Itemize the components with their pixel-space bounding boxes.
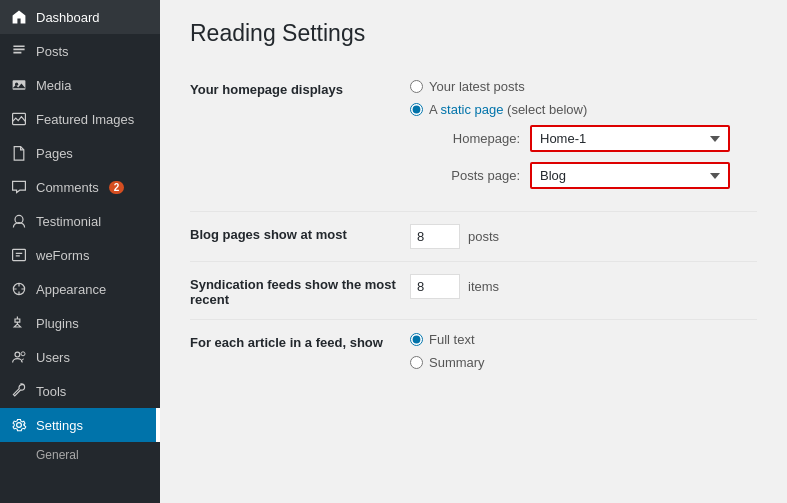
feed-full-text-label: Full text <box>429 332 475 347</box>
feed-full-text-option[interactable]: Full text <box>410 332 757 347</box>
feed-content-label: For each article in a feed, show <box>190 332 410 350</box>
homepage-static-radio[interactable] <box>410 103 423 116</box>
sidebar-sub-general[interactable]: General <box>0 442 160 468</box>
homepage-static-label: A static page (select below) <box>429 102 587 117</box>
homepage-latest-option[interactable]: Your latest posts <box>410 79 757 94</box>
sidebar-item-tools[interactable]: Tools <box>0 374 160 408</box>
posts-page-select-label: Posts page: <box>420 168 520 183</box>
plugins-icon <box>10 314 28 332</box>
homepage-static-option[interactable]: A static page (select below) <box>410 102 757 117</box>
users-icon <box>10 348 28 366</box>
blog-pages-input[interactable] <box>410 224 460 249</box>
weforms-icon <box>10 246 28 264</box>
svg-point-6 <box>15 352 20 357</box>
sidebar-label-featured-images: Featured Images <box>36 112 134 127</box>
svg-rect-0 <box>13 80 26 90</box>
homepage-displays-label: Your homepage displays <box>190 79 410 97</box>
sub-settings: Homepage: Home-1 Blog About Contact Post… <box>410 125 757 189</box>
featured-images-icon <box>10 110 28 128</box>
syndication-row: Syndication feeds show the most recent i… <box>190 261 757 319</box>
sidebar-sub-label-general: General <box>36 448 79 462</box>
feed-summary-label: Summary <box>429 355 485 370</box>
comments-icon <box>10 178 28 196</box>
posts-page-select[interactable]: Blog Home-1 About Contact <box>530 162 730 189</box>
dashboard-icon <box>10 8 28 26</box>
sidebar-item-media[interactable]: Media <box>0 68 160 102</box>
sidebar-label-tools: Tools <box>36 384 66 399</box>
sidebar-label-appearance: Appearance <box>36 282 106 297</box>
main-content: Reading Settings Your homepage displays … <box>160 0 787 503</box>
sidebar-label-dashboard: Dashboard <box>36 10 100 25</box>
sidebar-label-comments: Comments <box>36 180 99 195</box>
sidebar-item-appearance[interactable]: Appearance <box>0 272 160 306</box>
sidebar-label-pages: Pages <box>36 146 73 161</box>
posts-icon <box>10 42 28 60</box>
posts-page-select-row: Posts page: Blog Home-1 About Contact <box>420 162 757 189</box>
homepage-latest-radio[interactable] <box>410 80 423 93</box>
sidebar-item-plugins[interactable]: Plugins <box>0 306 160 340</box>
syndication-content: items <box>410 274 757 299</box>
static-page-link[interactable]: static page <box>441 102 504 117</box>
feed-full-text-radio[interactable] <box>410 333 423 346</box>
page-title: Reading Settings <box>190 20 757 47</box>
feed-content-options: Full text Summary <box>410 332 757 378</box>
testimonial-icon <box>10 212 28 230</box>
sidebar: Dashboard Posts Media Featured Images Pa… <box>0 0 160 503</box>
settings-icon <box>10 416 28 434</box>
sidebar-label-users: Users <box>36 350 70 365</box>
syndication-input[interactable] <box>410 274 460 299</box>
comments-badge: 2 <box>109 181 125 194</box>
media-icon <box>10 76 28 94</box>
homepage-select[interactable]: Home-1 Blog About Contact <box>530 125 730 152</box>
sidebar-item-pages[interactable]: Pages <box>0 136 160 170</box>
sidebar-label-weforms: weForms <box>36 248 89 263</box>
sidebar-item-weforms[interactable]: weForms <box>0 238 160 272</box>
syndication-label: Syndication feeds show the most recent <box>190 274 410 307</box>
homepage-latest-label: Your latest posts <box>429 79 525 94</box>
svg-point-7 <box>21 352 25 356</box>
blog-pages-row: Blog pages show at most posts <box>190 211 757 261</box>
sidebar-label-plugins: Plugins <box>36 316 79 331</box>
feed-summary-radio[interactable] <box>410 356 423 369</box>
feed-content-row: For each article in a feed, show Full te… <box>190 319 757 390</box>
sidebar-item-settings[interactable]: Settings <box>0 408 160 442</box>
blog-pages-label: Blog pages show at most <box>190 224 410 242</box>
settings-table: Your homepage displays Your latest posts… <box>190 67 757 390</box>
sidebar-label-media: Media <box>36 78 71 93</box>
sidebar-item-testimonial[interactable]: Testimonial <box>0 204 160 238</box>
feed-summary-option[interactable]: Summary <box>410 355 757 370</box>
sidebar-label-testimonial: Testimonial <box>36 214 101 229</box>
homepage-displays-content: Your latest posts A static page (select … <box>410 79 757 199</box>
homepage-select-row: Homepage: Home-1 Blog About Contact <box>420 125 757 152</box>
homepage-select-label: Homepage: <box>420 131 520 146</box>
syndication-suffix: items <box>468 279 499 294</box>
sidebar-item-dashboard[interactable]: Dashboard <box>0 0 160 34</box>
sidebar-item-posts[interactable]: Posts <box>0 34 160 68</box>
tools-icon <box>10 382 28 400</box>
sidebar-item-comments[interactable]: Comments 2 <box>0 170 160 204</box>
sidebar-item-users[interactable]: Users <box>0 340 160 374</box>
svg-rect-4 <box>13 249 26 260</box>
sidebar-label-settings: Settings <box>36 418 83 433</box>
pages-icon <box>10 144 28 162</box>
homepage-displays-row: Your homepage displays Your latest posts… <box>190 67 757 211</box>
blog-pages-suffix: posts <box>468 229 499 244</box>
sidebar-label-posts: Posts <box>36 44 69 59</box>
sidebar-item-featured-images[interactable]: Featured Images <box>0 102 160 136</box>
blog-pages-content: posts <box>410 224 757 249</box>
appearance-icon <box>10 280 28 298</box>
